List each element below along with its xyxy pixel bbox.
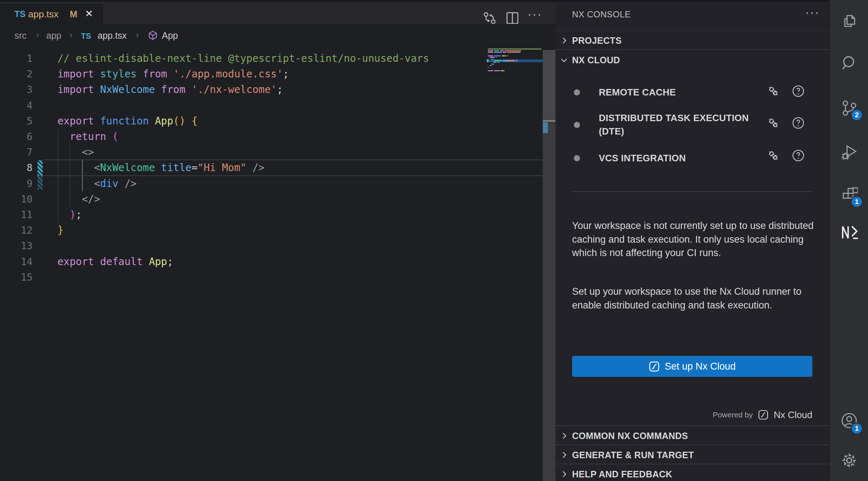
split-editor-icon[interactable] [505,11,520,25]
tab-filename: app.tsx [28,9,59,20]
setup-nx-cloud-button[interactable]: Set up Nx Cloud [572,356,812,377]
section-label: NX CLOUD [572,55,620,65]
connect-icon[interactable] [767,116,780,129]
code-line-10[interactable]: </> [57,191,100,207]
line-number[interactable]: 7 [7,144,33,160]
code-editor[interactable]: 1// eslint-disable-next-line @typescript… [0,48,543,481]
code-line-9[interactable]: <div /> [57,176,137,191]
status-dot [574,155,580,161]
git-modified-badge: M [70,9,77,20]
run-debug-icon[interactable] [841,143,858,161]
powered-by-label: Powered by [713,410,753,419]
current-line-border [43,175,543,176]
code-line-3[interactable]: import NxWelcome from './nx-welcome'; [57,82,283,97]
typescript-file-icon: TS [81,31,91,41]
source-control-badge: 2 [851,109,863,121]
code-line-8[interactable]: <NxWelcome title="Hi Mom" /> [57,160,265,175]
breadcrumb-src[interactable]: src [14,30,26,41]
status-dot [574,122,580,128]
section-label: GENERATE & RUN TARGET [572,450,694,460]
powered-by-row: Powered by Nx Cloud [572,408,812,422]
chevron-right-icon [560,431,568,440]
scrollbar-slider[interactable] [543,50,555,121]
section-help-and-feedback[interactable]: HELP AND FEEDBACK [555,465,829,481]
line-number[interactable]: 15 [7,269,33,285]
code-line-11[interactable]: ); [57,207,82,222]
breadcrumb-symbol[interactable]: App [162,30,178,41]
activity-bar: 2 1 1 [829,0,868,481]
line-number[interactable]: 10 [7,191,33,207]
breadcrumb-filename[interactable]: app.tsx [98,30,127,41]
code-line-6[interactable]: return ( [57,129,119,144]
code-line-5[interactable]: export function App() { [57,113,198,129]
nx-cloud-logo-icon [649,361,660,372]
section-generate-run-target[interactable]: GENERATE & RUN TARGET [555,446,829,464]
chevron-right-icon: › [36,30,39,40]
tab-app-tsx[interactable]: TS app.tsx M ✕ [8,4,103,26]
code-line-12[interactable]: } [57,222,64,238]
section-projects[interactable]: PROJECTS [555,31,829,50]
account-badge: 1 [851,422,863,435]
line-number[interactable]: 9 [7,176,33,191]
panel-title: NX CONSOLE [572,9,631,20]
code-line-7[interactable]: <> [57,144,94,160]
search-icon[interactable] [841,55,858,72]
line-number[interactable]: 6 [7,129,33,144]
section-nx-cloud[interactable]: NX CLOUD [555,51,829,69]
line-number[interactable]: 5 [7,113,33,129]
scrollbar-divider [543,120,555,122]
line-number[interactable]: 13 [7,238,33,254]
line-number[interactable]: 2 [7,66,33,82]
chevron-down-icon [560,56,568,64]
help-question-icon[interactable] [792,85,805,98]
content-divider [572,191,812,192]
code-line-1[interactable]: // eslint-disable-next-line @typescript-… [57,51,429,66]
code-line-14[interactable]: export default App; [57,254,173,269]
section-divider [555,49,829,50]
section-divider [555,444,829,445]
breadcrumb-app[interactable]: app [46,30,61,41]
nx-cloud-item-label: REMOTE CACHE [599,86,754,99]
tab-bar: TS app.tsx M ✕ ··· [0,0,555,24]
close-tab-icon[interactable]: ✕ [85,8,93,20]
vscode-window: TS app.tsx M ✕ ··· src › app › TS app.ts… [0,0,868,481]
chevron-right-icon [560,451,568,459]
nx-cloud-logo-icon [758,409,769,420]
code-line-2[interactable]: import styles from './app.module.css'; [57,66,289,82]
more-actions-icon[interactable]: ··· [528,8,542,23]
section-label: PROJECTS [572,35,622,46]
explorer-icon[interactable] [841,12,858,30]
line-number[interactable]: 4 [7,98,33,113]
line-number[interactable]: 12 [7,222,33,238]
help-question-icon[interactable] [792,149,805,162]
connect-icon[interactable] [767,85,780,98]
line-number[interactable]: 1 [7,51,33,66]
current-line-border [43,159,543,160]
minimap[interactable] [487,48,543,77]
section-label: HELP AND FEEDBACK [572,469,672,480]
chevron-right-icon: › [136,30,139,40]
nx-cloud-item-label: DISTRIBUTED TASK EXECUTION (DTE) [599,111,754,138]
setup-button-label: Set up Nx Cloud [665,361,736,372]
workspace-status-text: Your workspace is not currently set up t… [572,219,815,260]
overview-ruler-modified-marker [543,122,548,133]
line-number[interactable]: 14 [7,254,33,269]
scrollbar-track[interactable] [543,122,555,481]
symbol-cube-icon [147,30,158,41]
panel-more-actions-icon[interactable]: ··· [805,7,820,17]
tab-bar-left-gap [0,4,8,26]
gutter-modified-indicator [38,160,43,176]
gutter-modified-indicator [38,176,43,190]
chevron-right-icon: › [69,30,72,40]
status-dot [574,89,580,95]
connect-icon[interactable] [767,149,780,162]
line-number[interactable]: 11 [7,207,33,222]
nx-console-icon[interactable] [841,224,858,242]
line-number[interactable]: 3 [7,82,33,97]
help-question-icon[interactable] [792,116,805,129]
setup-hint-text: Set up your workspace to use the Nx Clou… [572,285,815,312]
line-number[interactable]: 8 [7,160,33,175]
settings-gear-icon[interactable] [841,452,858,469]
open-changes-icon[interactable] [482,11,497,25]
section-common-nx-commands[interactable]: COMMON NX COMMANDS [555,426,829,445]
